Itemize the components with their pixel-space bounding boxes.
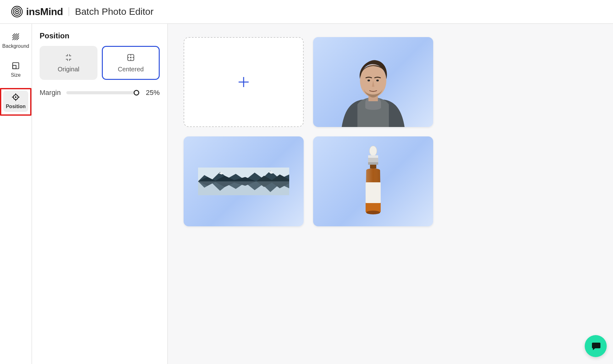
panel-heading: Position [40, 31, 160, 40]
chat-icon [590, 341, 601, 351]
collapse-icon [64, 53, 73, 62]
hatch-icon [12, 33, 20, 41]
photo-grid [184, 37, 597, 226]
margin-slider-row: Margin 25% [40, 89, 160, 97]
nav-item-position[interactable]: Position [3, 91, 28, 112]
option-label: Centered [118, 66, 144, 73]
svg-point-12 [15, 97, 17, 98]
position-option-centered[interactable]: Centered [102, 46, 160, 80]
svg-line-5 [13, 34, 17, 38]
margin-slider-thumb[interactable] [134, 90, 139, 96]
svg-line-8 [17, 38, 19, 40]
portrait-man-image [339, 48, 408, 127]
plus-icon [237, 76, 250, 88]
add-photo-tile[interactable] [184, 37, 304, 127]
photo-tile-landscape[interactable] [184, 136, 304, 226]
app-header: insMind Batch Photo Editor [0, 0, 613, 24]
mountain-landscape-image [198, 168, 289, 195]
margin-value: 25% [142, 89, 160, 97]
nav-item-size[interactable]: Size [3, 59, 28, 80]
svg-point-3 [16, 11, 18, 13]
settings-panel: Position Original [32, 24, 168, 364]
dropper-bottle-image [361, 145, 386, 218]
canvas-area [168, 24, 613, 364]
center-frame-icon [126, 53, 135, 62]
page-title: Batch Photo Editor [75, 6, 153, 17]
crosshair-icon [12, 93, 20, 101]
option-label: Original [58, 66, 80, 73]
brand[interactable]: insMind [11, 6, 63, 18]
svg-point-28 [376, 80, 379, 81]
left-nav: Background Size [0, 24, 32, 364]
brand-name: insMind [26, 6, 63, 18]
svg-rect-34 [368, 155, 378, 158]
chat-support-button[interactable] [585, 335, 607, 357]
svg-point-27 [367, 80, 370, 81]
nav-item-background[interactable]: Background [3, 30, 28, 52]
brand-logo-icon [11, 6, 23, 18]
svg-point-38 [366, 211, 380, 214]
position-options: Original Centered [40, 46, 160, 80]
svg-line-4 [13, 34, 15, 36]
margin-label: Margin [40, 89, 61, 97]
photo-tile-bottle[interactable] [313, 136, 433, 226]
svg-rect-37 [366, 182, 381, 203]
position-option-original[interactable]: Original [40, 46, 97, 80]
nav-label: Position [6, 104, 25, 109]
nav-item-position-highlight: Position [0, 88, 31, 116]
resize-icon [12, 62, 20, 70]
nav-label: Size [11, 72, 20, 78]
nav-label: Background [2, 43, 29, 49]
svg-rect-35 [368, 162, 378, 165]
svg-rect-10 [13, 65, 16, 69]
photo-tile-portrait[interactable] [313, 37, 433, 127]
header-divider [69, 7, 69, 16]
svg-rect-36 [370, 165, 376, 168]
svg-line-7 [15, 36, 19, 40]
margin-slider[interactable] [66, 91, 136, 94]
svg-point-22 [130, 57, 131, 58]
